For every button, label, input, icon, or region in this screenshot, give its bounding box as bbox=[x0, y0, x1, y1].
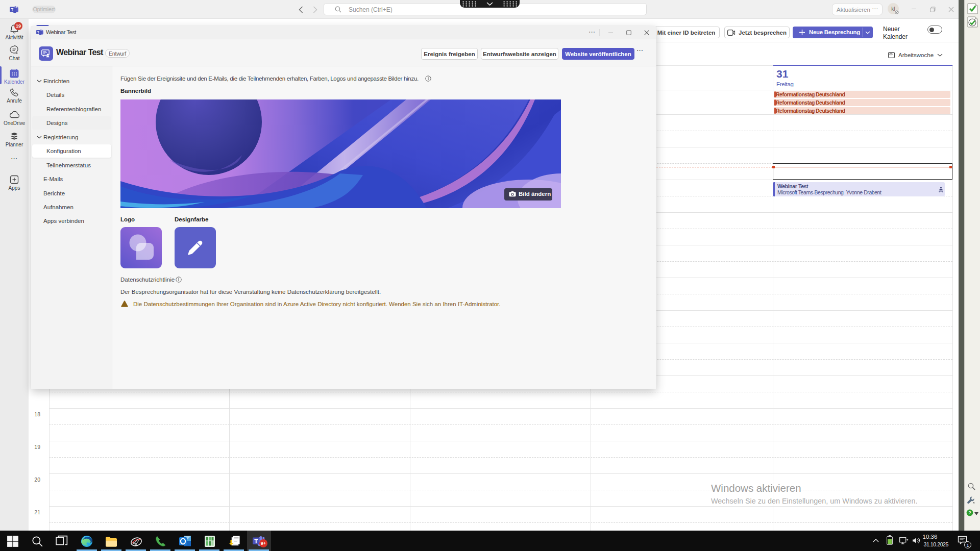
svg-text:?: ? bbox=[968, 510, 971, 515]
